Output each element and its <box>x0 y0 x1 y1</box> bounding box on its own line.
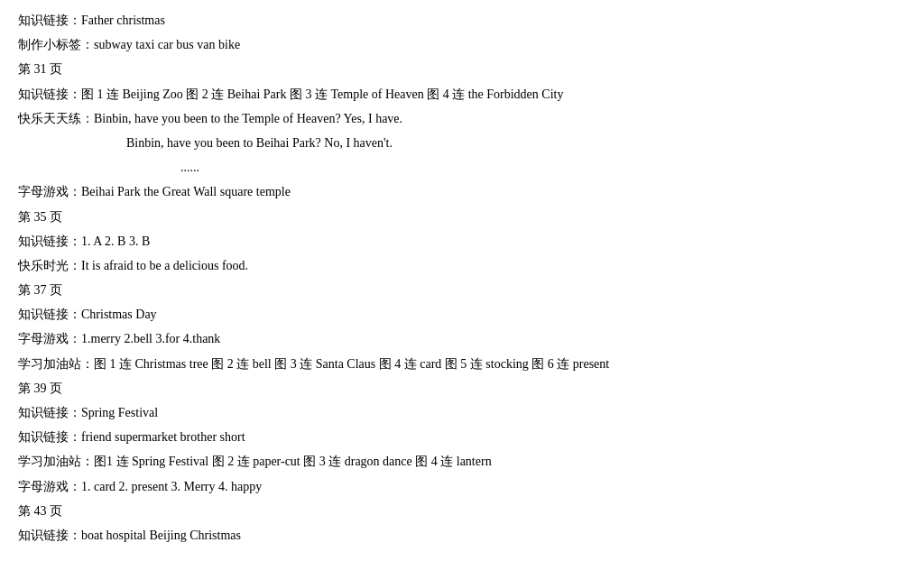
page-31-text: 第 31 页 <box>18 58 62 80</box>
page-31: 第 31 页 <box>18 58 830 80</box>
label-letter-game-3: 字母游戏： <box>18 475 81 498</box>
text-binbin1: Binbin, have you been to the Temple of H… <box>94 107 402 130</box>
text-study-station-1: 图 1 连 Christmas tree 图 2 连 bell 图 3 连 Sa… <box>94 353 609 375</box>
line-binbin2: Binbin, have you been to Beihai Park? No… <box>18 132 830 154</box>
page-39: 第 39 页 <box>18 377 830 400</box>
text-christmas-day: Christmas Day <box>81 303 157 326</box>
line-subway: 制作小标签： subway taxi car bus van bike <box>18 33 830 56</box>
page-37-text: 第 37 页 <box>18 279 62 301</box>
label-subway: 制作小标签： <box>18 33 94 56</box>
line-study-station-1: 学习加油站： 图 1 连 Christmas tree 图 2 连 bell 图… <box>18 353 830 375</box>
page-37: 第 37 页 <box>18 279 830 301</box>
text-boat: boat hospital Beijing Christmas <box>81 524 241 547</box>
line-beijing-zoo: 知识链接： 图 1 连 Beijing Zoo 图 2 连 Beihai Par… <box>18 83 830 106</box>
label-beijing-zoo: 知识链接： <box>18 83 81 106</box>
page-35: 第 35 页 <box>18 206 830 228</box>
line-letter-game-1: 字母游戏： Beihai Park the Great Wall square … <box>18 180 830 203</box>
label-letter-game-1: 字母游戏： <box>18 180 81 203</box>
text-happy-time: It is afraid to be a delicious food. <box>81 254 248 277</box>
page-43: 第 43 页 <box>18 500 830 522</box>
main-content: 知识链接： Father christmas 制作小标签： subway tax… <box>18 9 830 547</box>
page-35-text: 第 35 页 <box>18 206 62 228</box>
line-happy-time: 快乐时光： It is afraid to be a delicious foo… <box>18 254 830 277</box>
text-binbin2: Binbin, have you been to Beihai Park? No… <box>126 132 393 154</box>
text-study-station-2: 图1 连 Spring Festival 图 2 连 paper-cut 图 3… <box>94 450 492 473</box>
line-spring-festival-1: 知识链接： Spring Festival <box>18 401 830 424</box>
line-knowledge-35: 知识链接： 1. A 2. B 3. B <box>18 230 830 253</box>
line-dots: ...... <box>18 156 830 179</box>
text-friend: friend supermarket brother short <box>81 426 245 448</box>
line-father-christmas: 知识链接： Father christmas <box>18 9 830 32</box>
text-letter-game-1: Beihai Park the Great Wall square temple <box>81 180 291 203</box>
text-father: Father christmas <box>81 9 165 32</box>
line-boat: 知识链接： boat hospital Beijing Christmas <box>18 524 830 547</box>
line-study-station-2: 学习加油站： 图1 连 Spring Festival 图 2 连 paper-… <box>18 450 830 473</box>
text-dots: ...... <box>180 156 199 179</box>
label-happy-time: 快乐时光： <box>18 254 81 277</box>
label-friend: 知识链接： <box>18 426 81 448</box>
line-letter-game-3: 字母游戏： 1. card 2. present 3. Merry 4. hap… <box>18 475 830 498</box>
line-friend: 知识链接： friend supermarket brother short <box>18 426 830 448</box>
text-spring-festival-1: Spring Festival <box>81 401 158 424</box>
label-boat: 知识链接： <box>18 524 81 547</box>
label-study-station-1: 学习加油站： <box>18 353 94 375</box>
label-christmas-day: 知识链接： <box>18 303 81 326</box>
text-letter-game-3: 1. card 2. present 3. Merry 4. happy <box>81 475 262 498</box>
label-binbin1: 快乐天天练： <box>18 107 94 130</box>
line-binbin1: 快乐天天练： Binbin, have you been to the Temp… <box>18 107 830 130</box>
text-subway: subway taxi car bus van bike <box>94 33 240 56</box>
label-spring-festival-1: 知识链接： <box>18 401 81 424</box>
page-39-text: 第 39 页 <box>18 377 62 400</box>
text-letter-game-2: 1.merry 2.bell 3.for 4.thank <box>81 327 220 350</box>
line-christmas-day: 知识链接： Christmas Day <box>18 303 830 326</box>
page-43-text: 第 43 页 <box>18 500 62 522</box>
label-letter-game-2: 字母游戏： <box>18 327 81 350</box>
label-study-station-2: 学习加油站： <box>18 450 94 473</box>
label-father: 知识链接： <box>18 9 81 32</box>
line-letter-game-2: 字母游戏： 1.merry 2.bell 3.for 4.thank <box>18 327 830 350</box>
text-beijing-zoo: 图 1 连 Beijing Zoo 图 2 连 Beihai Park 图 3 … <box>81 83 563 106</box>
label-knowledge-35: 知识链接： <box>18 230 81 253</box>
text-knowledge-35: 1. A 2. B 3. B <box>81 230 150 253</box>
